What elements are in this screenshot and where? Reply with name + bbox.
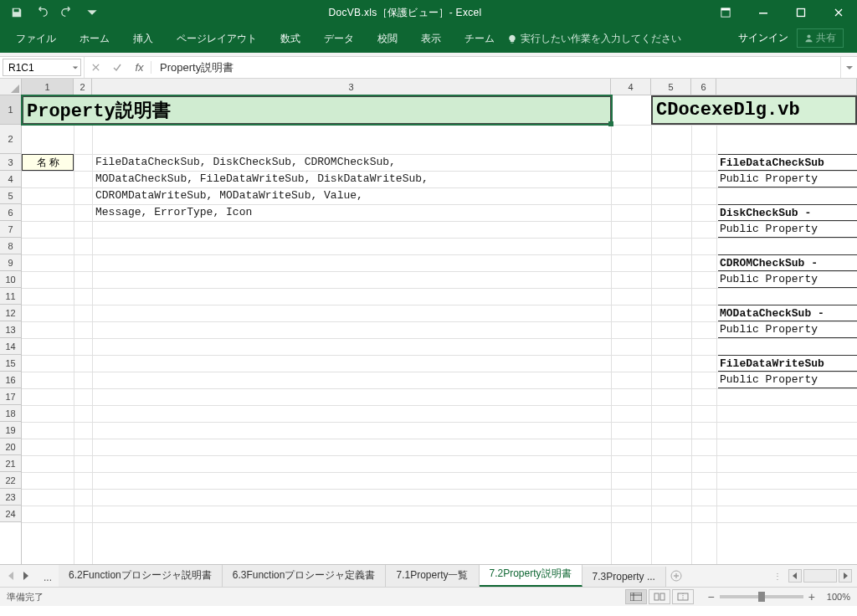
formula-bar[interactable]: Property説明書 bbox=[151, 57, 840, 78]
undo-button[interactable] bbox=[30, 2, 54, 23]
zoom-slider[interactable] bbox=[720, 595, 803, 598]
sheet-tab[interactable]: 7.1Property一覧 bbox=[386, 565, 479, 587]
cells-area[interactable]: Property説明書 CDocexeDlg.vb 名 称 FileDataCh… bbox=[22, 95, 857, 564]
column-header[interactable]: 1 bbox=[22, 79, 74, 95]
right-cell[interactable]: FileDataCheckSub bbox=[718, 154, 857, 171]
zoom-in-button[interactable]: + bbox=[808, 590, 815, 603]
tab-view[interactable]: 表示 bbox=[410, 26, 452, 53]
row-header[interactable]: 4 bbox=[0, 171, 21, 187]
new-sheet-button[interactable] bbox=[666, 570, 686, 582]
tab-team[interactable]: チーム bbox=[454, 26, 505, 53]
cell-text[interactable]: Message, ErrorType, Icon bbox=[95, 206, 252, 218]
sheet-tab-more[interactable]: ... bbox=[37, 568, 59, 587]
row-header[interactable]: 7 bbox=[0, 221, 21, 238]
tab-insert[interactable]: 挿入 bbox=[122, 26, 164, 53]
column-header[interactable]: 2 bbox=[74, 79, 92, 95]
worksheet-grid[interactable]: 1 2 3 4 5 6 1 2 3 4 5 6 7 8 9 10 11 12 1… bbox=[0, 79, 857, 564]
cell-text[interactable]: MODataCheckSub, FileDataWriteSub, DiskDa… bbox=[95, 172, 428, 185]
right-cell[interactable]: DiskCheckSub - bbox=[718, 204, 857, 221]
ribbon-display-button[interactable] bbox=[706, 0, 744, 25]
row-header[interactable]: 16 bbox=[0, 372, 21, 388]
row-header[interactable]: 10 bbox=[0, 271, 21, 288]
signin-button[interactable]: サインイン bbox=[738, 31, 788, 45]
zoom-value[interactable]: 100% bbox=[827, 592, 850, 602]
column-header[interactable]: 3 bbox=[92, 79, 611, 95]
expand-formula-bar-button[interactable] bbox=[840, 57, 857, 78]
tab-home[interactable]: ホーム bbox=[69, 26, 121, 53]
close-button[interactable] bbox=[819, 0, 857, 25]
row-header[interactable]: 21 bbox=[0, 455, 21, 472]
cancel-formula-button[interactable] bbox=[85, 63, 106, 72]
row-header[interactable]: 20 bbox=[0, 439, 21, 455]
sheet-tab[interactable]: 6.3Functionプロシージャ定義書 bbox=[223, 565, 387, 587]
tell-me-search[interactable]: 実行したい作業を入力してください bbox=[507, 32, 681, 53]
row-header[interactable]: 23 bbox=[0, 489, 21, 506]
redo-button[interactable] bbox=[55, 2, 79, 23]
row-header[interactable]: 13 bbox=[0, 321, 21, 338]
dots-icon: ⋮ bbox=[773, 572, 782, 581]
zoom-thumb[interactable] bbox=[758, 592, 765, 602]
sheet-nav-last[interactable] bbox=[20, 572, 32, 580]
insert-function-button[interactable]: fx bbox=[128, 61, 151, 74]
column-header[interactable]: 6 bbox=[691, 79, 716, 95]
sheet-tab-active[interactable]: 7.2Property説明書 bbox=[480, 565, 582, 587]
share-button[interactable]: 共有 bbox=[797, 28, 844, 48]
right-cell[interactable]: Public Property bbox=[718, 171, 857, 187]
svg-rect-3 bbox=[797, 9, 804, 17]
tab-file[interactable]: ファイル bbox=[5, 26, 67, 53]
right-cell[interactable]: MODataCheckSub - bbox=[718, 305, 857, 321]
cell-text[interactable]: FileDataCheckSub, DiskCheckSub, CDROMChe… bbox=[95, 156, 396, 168]
titlebar: DocVB.xls［保護ビュー］- Excel bbox=[0, 0, 857, 25]
sheet-tabs-bar: ... 6.2Functionプロシージャ説明書 6.3Functionプロシー… bbox=[0, 564, 857, 587]
column-header[interactable]: 5 bbox=[651, 79, 691, 95]
row-header[interactable]: 15 bbox=[0, 355, 21, 372]
row-header[interactable]: 24 bbox=[0, 506, 21, 522]
column-header[interactable]: 4 bbox=[611, 79, 651, 95]
cell-text[interactable]: CDROMDataWriteSub, MODataWriteSub, Value… bbox=[95, 189, 363, 202]
row-header[interactable]: 2 bbox=[0, 125, 21, 154]
sheet-tab[interactable]: 7.3Property ... bbox=[582, 567, 666, 587]
row-header[interactable]: 11 bbox=[0, 288, 21, 305]
select-all-button[interactable] bbox=[0, 79, 22, 95]
scroll-thumb[interactable] bbox=[803, 569, 837, 583]
page-layout-view-button[interactable] bbox=[649, 589, 670, 604]
page-break-view-button[interactable] bbox=[672, 589, 694, 604]
right-cell[interactable]: Public Property bbox=[718, 372, 857, 388]
tab-data[interactable]: データ bbox=[313, 26, 365, 53]
row-header[interactable]: 22 bbox=[0, 472, 21, 489]
row-header[interactable]: 5 bbox=[0, 187, 21, 204]
row-header[interactable]: 3 bbox=[0, 154, 21, 171]
sheet-nav-first[interactable] bbox=[5, 572, 17, 580]
right-cell[interactable]: CDROMCheckSub - bbox=[718, 254, 857, 271]
right-cell[interactable]: Public Property bbox=[718, 321, 857, 338]
row-header[interactable]: 14 bbox=[0, 338, 21, 355]
row-header[interactable]: 9 bbox=[0, 254, 21, 271]
row-header[interactable]: 6 bbox=[0, 204, 21, 221]
sheet-tab[interactable]: 6.2Functionプロシージャ説明書 bbox=[59, 565, 223, 587]
row-header[interactable]: 8 bbox=[0, 238, 21, 254]
row-header[interactable]: 17 bbox=[0, 388, 21, 405]
right-cell[interactable]: Public Property bbox=[718, 271, 857, 288]
row-header[interactable]: 1 bbox=[0, 95, 21, 125]
normal-view-button[interactable] bbox=[625, 589, 647, 604]
name-box[interactable]: R1C1 bbox=[3, 59, 81, 76]
sheet-title-side[interactable]: CDocexeDlg.vb bbox=[651, 95, 857, 125]
tab-formulas[interactable]: 数式 bbox=[269, 26, 311, 53]
row-header[interactable]: 12 bbox=[0, 305, 21, 321]
right-cell[interactable]: FileDataWriteSub bbox=[718, 355, 857, 372]
column-header[interactable] bbox=[716, 79, 857, 95]
save-button[interactable] bbox=[5, 2, 28, 23]
zoom-out-button[interactable]: − bbox=[707, 590, 714, 603]
right-cell[interactable]: Public Property bbox=[718, 221, 857, 238]
scroll-left-button[interactable] bbox=[788, 569, 802, 583]
tab-pagelayout[interactable]: ページレイアウト bbox=[166, 26, 268, 53]
tab-review[interactable]: 校閲 bbox=[367, 26, 408, 53]
enter-formula-button[interactable] bbox=[106, 63, 128, 73]
scroll-right-button[interactable] bbox=[839, 569, 852, 583]
row-header[interactable]: 19 bbox=[0, 422, 21, 439]
label-name[interactable]: 名 称 bbox=[22, 154, 74, 171]
minimize-button[interactable] bbox=[744, 0, 782, 25]
customize-qat-button[interactable] bbox=[80, 2, 104, 23]
row-header[interactable]: 18 bbox=[0, 405, 21, 422]
maximize-button[interactable] bbox=[782, 0, 819, 25]
